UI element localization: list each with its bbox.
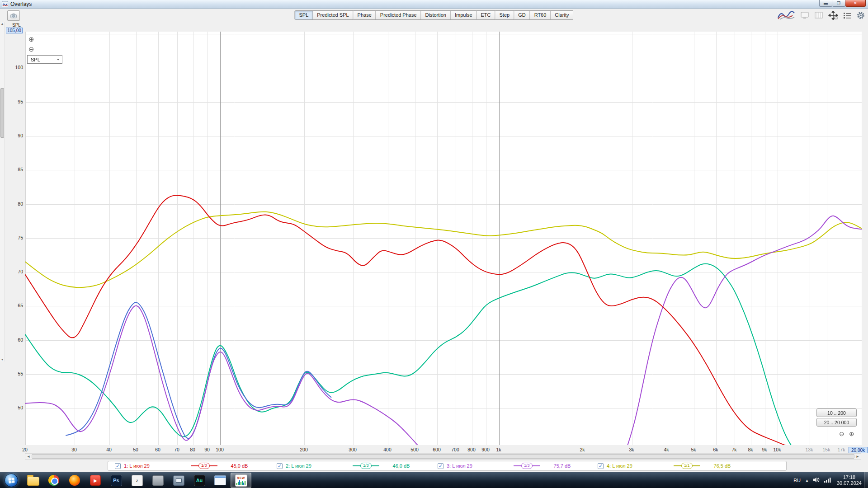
audition-icon: Au <box>194 475 205 486</box>
x-tick-label: 600 <box>429 447 444 452</box>
y-tick-label: 60 <box>8 337 23 343</box>
start-button[interactable] <box>5 474 18 487</box>
show-desktop-button[interactable] <box>864 472 868 488</box>
hidden-icons-chevron-icon[interactable]: ▲ <box>805 479 809 483</box>
camera-icon <box>10 13 17 19</box>
foobar2000-taskbar-button[interactable]: ♪ <box>127 473 147 488</box>
system-app-taskbar-button[interactable] <box>168 473 189 488</box>
x-tick-label: 13k <box>802 447 817 452</box>
trace-color-line <box>533 465 540 466</box>
legend-trace-label[interactable]: 1: L июл 29 <box>124 463 191 469</box>
legend-checkbox-4[interactable]: ✓ <box>598 463 604 469</box>
x-zoom-out-button[interactable]: ⊖ <box>839 431 844 437</box>
titlebar[interactable]: Overlays ▬ ❐ ✕ <box>0 0 868 9</box>
smoothing-badge: 1/3 <box>521 463 533 469</box>
photoshop-taskbar-button[interactable]: Ps <box>106 473 127 488</box>
layout-columns-icon[interactable] <box>814 11 823 19</box>
explorer-taskbar-button[interactable] <box>23 473 43 488</box>
taskbar-apps: ▶Ps♪AuREW <box>23 473 251 488</box>
x-tick-label: 17k <box>834 447 849 452</box>
system-tray: RU ▲ 17:18 30.07.2024 <box>793 472 862 488</box>
red-media-app-taskbar-button[interactable]: ▶ <box>85 473 106 488</box>
vertical-scrollbar[interactable]: ▲ ▼ <box>0 22 5 361</box>
list-icon[interactable] <box>843 12 851 19</box>
file-manager-taskbar-button[interactable] <box>210 473 231 488</box>
network-icon[interactable] <box>824 476 831 484</box>
tab-gd[interactable]: GD <box>514 10 530 20</box>
y-tick-label: 65 <box>8 303 23 308</box>
monitor-icon[interactable] <box>800 11 809 19</box>
legend-trace-label[interactable]: 4: L июл 29 <box>607 463 674 469</box>
horizontal-scrollbar-thumb[interactable] <box>32 454 854 459</box>
x-tick-label: 40 <box>101 447 117 452</box>
x-tick-label: 2k <box>575 447 590 452</box>
y-tick-label: 80 <box>8 201 23 206</box>
legend-trace-label[interactable]: 2: L июл 29 <box>286 463 353 469</box>
legend-checkbox-3[interactable]: ✓ <box>438 463 443 469</box>
tab-spl[interactable]: SPL <box>294 10 313 20</box>
x-tick-label: 400 <box>380 447 395 452</box>
legend-trace-label[interactable]: 3: L июл 29 <box>447 463 514 469</box>
move-arrows-icon[interactable] <box>828 11 838 20</box>
y-tick-label: 95 <box>8 99 23 104</box>
zoom-in-button[interactable]: ⊕ <box>28 36 34 42</box>
tab-etc[interactable]: ETC <box>477 10 495 20</box>
taskbar: ▶Ps♪AuREW RU ▲ 17:18 30.07.2024 <box>0 472 868 488</box>
tab-step[interactable]: Step <box>495 10 514 20</box>
smoothing-badge: 1/3 <box>360 463 372 469</box>
x-axis-max-field[interactable]: 20,00k <box>849 447 868 453</box>
maximize-button[interactable]: ❐ <box>832 0 845 7</box>
legend-checkbox-1[interactable]: ✓ <box>115 463 121 469</box>
scroll-down-icon[interactable]: ▼ <box>0 358 5 361</box>
trace-color-line <box>210 465 217 466</box>
zoom-out-button[interactable]: ⊖ <box>28 46 34 52</box>
x-zoom-in-button[interactable]: ⊕ <box>849 431 854 437</box>
range-20-20000-button[interactable]: 20 .. 20 000 <box>816 418 857 427</box>
minimize-button[interactable]: ▬ <box>819 0 832 7</box>
volume-icon[interactable] <box>813 476 820 484</box>
legend-item-2: ✓2: L июл 291/346,0 dB <box>277 461 410 470</box>
file-manager-icon <box>214 475 226 485</box>
red-media-app-icon: ▶ <box>90 475 101 486</box>
legend-checkbox-2[interactable]: ✓ <box>277 463 283 469</box>
tab-impulse[interactable]: Impulse <box>451 10 477 20</box>
horizontal-scrollbar[interactable]: ◄ ► <box>25 453 861 460</box>
tab-rt60[interactable]: RT60 <box>530 10 551 20</box>
close-button[interactable]: ✕ <box>845 0 866 7</box>
chrome-icon <box>48 475 59 486</box>
trace-color-line <box>191 465 198 466</box>
settings-gear-icon[interactable] <box>856 11 865 20</box>
rew-taskbar-button[interactable]: REW <box>231 473 251 488</box>
legend-bar: ✓1: L июл 291/345,0 dB✓2: L июл 291/346,… <box>0 460 868 472</box>
x-tick-label: 70 <box>169 447 184 452</box>
range-10-200-button[interactable]: 10 .. 200 <box>816 408 857 417</box>
tab-distortion[interactable]: Distortion <box>421 10 451 20</box>
system-app-icon <box>173 475 184 486</box>
scroll-left-icon[interactable]: ◄ <box>25 454 32 459</box>
tab-clarity[interactable]: Clarity <box>551 10 573 20</box>
audition-taskbar-button[interactable]: Au <box>189 473 210 488</box>
clock[interactable]: 17:18 30.07.2024 <box>837 474 862 486</box>
smoothing-badge: 1/1 <box>681 463 693 469</box>
chrome-taskbar-button[interactable] <box>43 473 64 488</box>
scroll-right-icon[interactable]: ► <box>854 454 861 459</box>
scroll-up-icon[interactable]: ▲ <box>0 22 5 25</box>
x-tick-label: 80 <box>185 447 200 452</box>
tab-phase[interactable]: Phase <box>354 10 376 20</box>
capture-button[interactable] <box>7 10 20 21</box>
overlay-type-select[interactable]: SPL ▼ <box>27 55 62 64</box>
legend-box: ✓1: L июл 291/345,0 dB✓2: L июл 291/346,… <box>108 461 787 471</box>
x-tick-label: 5k <box>686 447 701 452</box>
y-axis-max-field[interactable]: 105,00 <box>6 28 23 33</box>
trace-level-value: 46,0 dB <box>393 463 410 469</box>
gray-app-taskbar-button[interactable] <box>147 473 168 488</box>
firefox-taskbar-button[interactable] <box>64 473 85 488</box>
y-tick-label: 85 <box>8 167 23 172</box>
tray-time: 17:18 <box>837 474 862 480</box>
vertical-scrollbar-thumb[interactable] <box>0 88 4 138</box>
tab-predicted-phase[interactable]: Predicted Phase <box>376 10 421 20</box>
toolbar: SPLPredicted SPLPhasePredicted PhaseDist… <box>0 9 868 22</box>
tab-predicted-spl[interactable]: Predicted SPL <box>313 10 353 20</box>
language-indicator[interactable]: RU <box>793 478 801 483</box>
spl-chart-canvas[interactable] <box>25 32 862 445</box>
